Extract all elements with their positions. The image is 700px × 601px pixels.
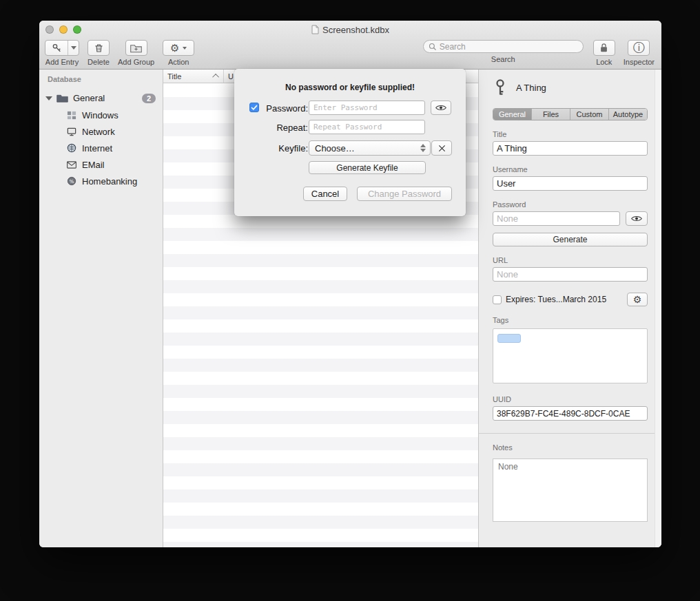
search-input[interactable] <box>440 42 578 52</box>
username-field[interactable] <box>493 176 648 191</box>
keyfile-dropdown[interactable]: Choose… <box>309 140 431 156</box>
url-label: URL <box>493 256 648 264</box>
notes-field[interactable] <box>493 458 648 522</box>
eye-icon <box>435 104 446 112</box>
sidebar-item-email[interactable]: EMail <box>39 156 163 173</box>
window-title: Screenshot.kdbx <box>311 25 389 35</box>
lock-button[interactable] <box>593 40 615 56</box>
search-field[interactable] <box>423 40 584 53</box>
minimize-button[interactable] <box>59 25 68 34</box>
action-button[interactable]: ⚙ <box>163 40 194 56</box>
inspector-label: Inspector <box>624 58 655 66</box>
tag-pill[interactable] <box>497 334 521 343</box>
sidebar-item-homebanking[interactable]: % Homebanking <box>39 173 163 189</box>
info-icon: ⓘ <box>633 42 645 54</box>
tags-label: Tags <box>493 316 648 324</box>
disclosure-triangle-icon[interactable] <box>45 96 52 101</box>
sort-ascending-icon <box>212 74 219 81</box>
keyfile-selected-value: Choose… <box>315 143 355 154</box>
delete-label: Delete <box>88 58 110 66</box>
password-dialog: No password or keyfile supplied! Passwor… <box>234 69 466 216</box>
dialog-repeat-input[interactable] <box>309 120 425 134</box>
title-field[interactable] <box>493 141 648 156</box>
key-icon <box>493 78 508 96</box>
cancel-button[interactable]: Cancel <box>303 187 347 201</box>
folder-plus-icon <box>130 43 142 53</box>
sidebar-item-label: Windows <box>82 110 119 120</box>
inspector-scrollbar[interactable] <box>655 70 661 547</box>
close-button[interactable] <box>45 25 54 34</box>
password-field[interactable] <box>493 211 620 226</box>
expires-checkbox[interactable] <box>493 295 502 304</box>
toolbar-delete: Delete <box>88 40 110 66</box>
uuid-field[interactable] <box>493 406 648 421</box>
document-icon <box>311 25 319 34</box>
sidebar-item-general[interactable]: General 2 <box>39 89 163 107</box>
sidebar-item-label: Internet <box>82 143 112 154</box>
notes-label: Notes <box>493 443 648 452</box>
change-password-button[interactable]: Change Password <box>357 187 452 201</box>
dialog-repeat-label: Repeat: <box>249 123 308 133</box>
uuid-label: UUID <box>493 395 648 403</box>
dialog-password-input[interactable] <box>309 101 425 115</box>
chevron-down-icon <box>183 47 187 50</box>
entry-count-badge: 2 <box>142 94 156 103</box>
key-icon <box>45 41 68 55</box>
add-group-label: Add Group <box>118 58 154 66</box>
checkmark-icon <box>251 105 258 110</box>
tab-custom[interactable]: Custom <box>570 109 609 120</box>
sidebar: Database General 2 Windows Network <box>39 70 163 547</box>
delete-button[interactable] <box>88 40 110 56</box>
sidebar-item-windows[interactable]: Windows <box>39 107 163 123</box>
eye-icon <box>631 215 642 222</box>
zoom-button[interactable] <box>73 25 81 34</box>
action-label: Action <box>168 58 189 66</box>
search-icon <box>429 43 437 51</box>
tab-general[interactable]: General <box>493 109 532 120</box>
clear-keyfile-button[interactable] <box>431 140 452 156</box>
tags-box[interactable] <box>493 328 648 383</box>
username-label: Username <box>493 165 648 173</box>
inspector-panel: A Thing General Files Custom Autotype Ti… <box>479 70 661 547</box>
password-label: Password <box>493 200 648 209</box>
folder-icon <box>56 94 68 103</box>
gear-icon: ⚙ <box>170 43 179 53</box>
lock-label: Lock <box>596 58 612 66</box>
add-group-button[interactable] <box>125 40 147 56</box>
password-checkbox[interactable] <box>249 103 259 112</box>
generate-password-button[interactable]: Generate <box>493 233 648 246</box>
sidebar-item-internet[interactable]: Internet <box>39 140 163 156</box>
column-label: Title <box>167 72 181 81</box>
divider <box>479 433 661 434</box>
desktop: { "window": { "title": "Screenshot.kdbx"… <box>0 0 700 601</box>
expires-settings-button[interactable]: ⚙ <box>627 293 648 306</box>
globe-icon <box>67 143 76 153</box>
search-label: Search <box>491 55 515 63</box>
dialog-keyfile-label: Keyfile: <box>249 143 308 154</box>
trash-icon <box>94 43 104 54</box>
toolbar-add-entry: Add Entry <box>45 40 79 66</box>
tab-autotype[interactable]: Autotype <box>609 109 647 120</box>
url-field[interactable] <box>493 267 648 282</box>
coin-percent-icon: % <box>67 176 76 186</box>
sidebar-item-network[interactable]: Network <box>39 123 163 140</box>
dialog-reveal-password-button[interactable] <box>431 101 451 115</box>
tab-files[interactable]: Files <box>532 109 570 120</box>
toolbar-action: ⚙ Action <box>163 40 194 66</box>
close-x-icon <box>438 145 446 152</box>
dialog-message: No password or keyfile supplied! <box>234 83 466 92</box>
monitor-icon <box>67 127 76 136</box>
titlebar[interactable]: Screenshot.kdbx <box>39 21 661 39</box>
add-entry-dropdown[interactable] <box>68 41 79 55</box>
column-label: U <box>228 72 234 81</box>
title-label: Title <box>493 130 648 138</box>
entry-header: A Thing <box>493 78 648 96</box>
sidebar-item-label: General <box>73 93 105 103</box>
generate-keyfile-button[interactable]: Generate Keyfile <box>309 161 426 174</box>
column-header-title[interactable]: Title <box>163 70 224 83</box>
reveal-password-button[interactable] <box>626 211 648 226</box>
toolbar-inspector: ⓘ Inspector <box>624 40 655 66</box>
expires-label: Expires: Tues...March 2015 <box>506 295 606 304</box>
add-entry-button[interactable] <box>45 40 79 56</box>
inspector-button[interactable]: ⓘ <box>628 40 650 56</box>
